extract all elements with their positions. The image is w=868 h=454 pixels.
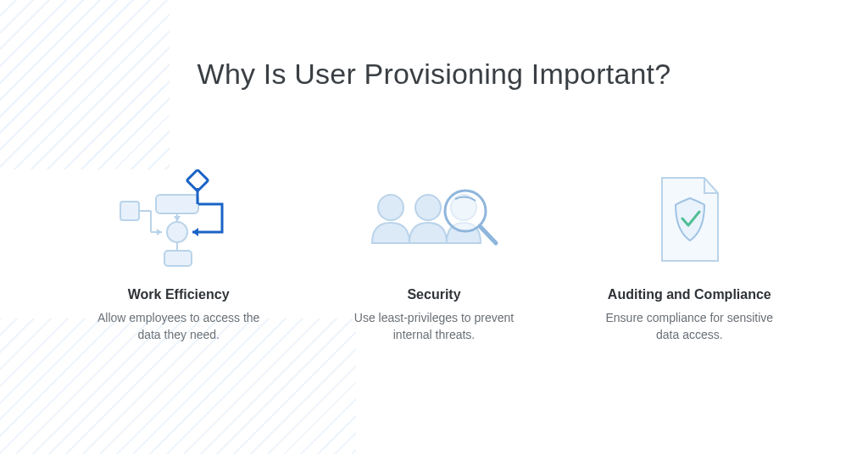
feature-columns: Work Efficiency Allow employees to acces…: [0, 165, 868, 344]
column-title: Auditing and Compliance: [608, 287, 771, 302]
workflow-icon: [107, 165, 251, 275]
svg-line-17: [480, 226, 496, 243]
svg-point-13: [378, 195, 403, 220]
column-description: Use least-privileges to prevent internal…: [341, 309, 527, 344]
svg-rect-3: [164, 251, 192, 266]
svg-marker-10: [174, 216, 181, 222]
page-title: Why Is User Provisioning Important?: [0, 0, 868, 91]
svg-point-14: [415, 195, 441, 220]
svg-rect-1: [156, 195, 198, 213]
column-title: Security: [407, 287, 460, 302]
column-auditing-compliance: Auditing and Compliance Ensure complianc…: [570, 165, 808, 344]
column-title: Work Efficiency: [128, 287, 230, 302]
people-search-icon: [362, 165, 506, 275]
svg-rect-0: [120, 202, 139, 220]
column-work-efficiency: Work Efficiency Allow employees to acces…: [60, 165, 298, 344]
document-shield-check-icon: [617, 165, 761, 275]
column-description: Ensure compliance for sensitive data acc…: [596, 309, 782, 344]
svg-marker-12: [192, 228, 198, 236]
svg-point-2: [167, 222, 187, 242]
column-description: Allow employees to access the data they …: [86, 309, 272, 344]
column-security: Security Use least-privileges to prevent…: [315, 165, 553, 344]
svg-rect-11: [186, 169, 208, 191]
svg-marker-9: [157, 229, 162, 235]
